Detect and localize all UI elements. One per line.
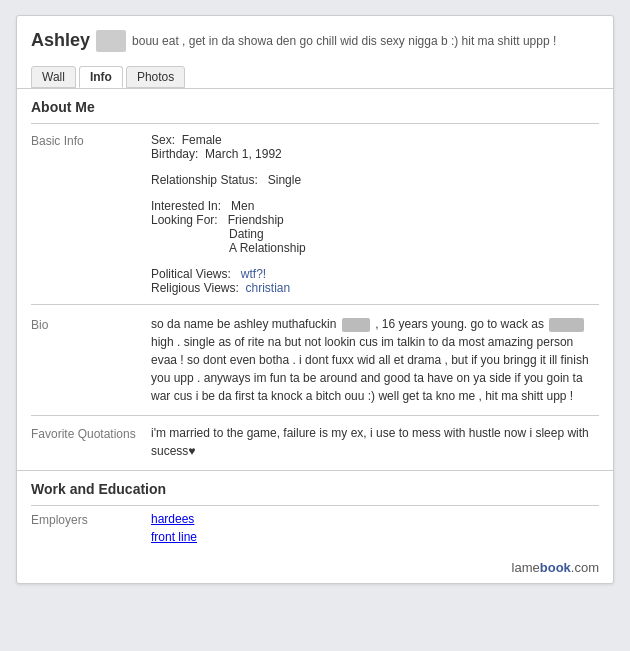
relationship-content: Relationship Status: Single <box>151 173 599 187</box>
bio-text-after: high . single as of rite na but not look… <box>151 335 589 403</box>
political-value[interactable]: wtf?! <box>241 267 266 281</box>
relationship-row: Relationship Status: Single <box>17 170 613 190</box>
quotations-value: i'm married to the game, failure is my e… <box>151 424 599 460</box>
employer-position[interactable]: front line <box>151 530 197 544</box>
religious-value[interactable]: christian <box>246 281 291 295</box>
bio-blurred-name <box>342 318 370 332</box>
rel-value: Single <box>268 173 301 187</box>
employers-label: Employers <box>31 510 151 546</box>
looking-value3-row: A Relationship <box>151 241 599 255</box>
tab-wall[interactable]: Wall <box>31 66 76 88</box>
brand-book: book <box>540 560 571 575</box>
looking-value1: Friendship <box>228 213 284 227</box>
interested-row: Interested In: Men Looking For: Friendsh… <box>17 196 613 258</box>
political-views-row: Political Views: wtf?! <box>151 267 599 281</box>
employers-row: Employers hardees front line <box>17 506 613 550</box>
employer-name-row: hardees <box>151 510 599 528</box>
political-label: Political Views: <box>151 267 231 281</box>
looking-value3: A Relationship <box>229 241 306 255</box>
birthday-row: Birthday: March 1, 1992 <box>151 147 599 161</box>
looking-for-row: Looking For: Friendship <box>151 213 599 227</box>
rel-status-row: Relationship Status: Single <box>151 173 599 187</box>
profile-card: Ashley bouu eat , get in da showa den go… <box>16 15 614 584</box>
interested-in-row: Interested In: Men <box>151 199 599 213</box>
looking-label: Looking For: <box>151 213 218 227</box>
profile-name: Ashley <box>31 30 90 51</box>
interested-spacer <box>31 199 151 255</box>
political-content: Political Views: wtf?! Religious Views: … <box>151 267 599 295</box>
quotations-row: Favorite Quotations i'm married to the g… <box>17 416 613 470</box>
work-education-title: Work and Education <box>17 471 613 505</box>
profile-status: bouu eat , get in da showa den go chill … <box>132 33 599 50</box>
about-me-title: About Me <box>17 89 613 123</box>
brand-tld: .com <box>571 560 599 575</box>
bio-row: Bio so da name be ashley muthafuckin , 1… <box>17 305 613 415</box>
brand-lame: lame <box>512 560 540 575</box>
relationship-spacer <box>31 173 151 187</box>
looking-value2-row: Dating <box>151 227 599 241</box>
birthday-value: March 1, 1992 <box>205 147 282 161</box>
political-spacer <box>31 267 151 295</box>
religious-views-row: Religious Views: christian <box>151 281 599 295</box>
tab-bar: Wall Info Photos <box>17 58 613 88</box>
basic-info-label: Basic Info <box>31 133 151 161</box>
employers-content: hardees front line <box>151 510 599 546</box>
looking-value2: Dating <box>229 227 264 241</box>
basic-info-content: Sex: Female Birthday: March 1, 1992 <box>151 133 599 161</box>
employer-position-row: front line <box>151 528 599 546</box>
rel-label: Relationship Status: <box>151 173 258 187</box>
profile-header: Ashley bouu eat , get in da showa den go… <box>17 16 613 58</box>
sex-value: Female <box>182 133 222 147</box>
interested-content: Interested In: Men Looking For: Friendsh… <box>151 199 599 255</box>
employer-name[interactable]: hardees <box>151 512 194 526</box>
bio-label: Bio <box>31 315 151 405</box>
sex-label: Sex: <box>151 133 175 147</box>
basic-info-row: Basic Info Sex: Female Birthday: March 1… <box>17 130 613 164</box>
bio-content: so da name be ashley muthafuckin , 16 ye… <box>151 315 599 405</box>
birthday-label: Birthday: <box>151 147 198 161</box>
lamebook-footer: lamebook.com <box>17 556 613 583</box>
interested-label: Interested In: <box>151 199 221 213</box>
tab-photos[interactable]: Photos <box>126 66 185 88</box>
profile-avatar-blurred <box>96 30 126 52</box>
tab-info[interactable]: Info <box>79 66 123 88</box>
interested-value: Men <box>231 199 254 213</box>
bio-text-middle: , 16 years young. go to wack as <box>375 317 544 331</box>
bio-text-before: so da name be ashley muthafuckin <box>151 317 336 331</box>
quotations-label: Favorite Quotations <box>31 424 151 460</box>
religious-label: Religious Views: <box>151 281 239 295</box>
political-row: Political Views: wtf?! Religious Views: … <box>17 264 613 298</box>
sex-row: Sex: Female <box>151 133 599 147</box>
bio-blurred-place <box>549 318 584 332</box>
